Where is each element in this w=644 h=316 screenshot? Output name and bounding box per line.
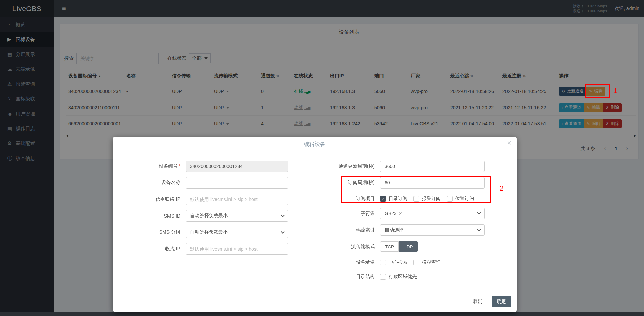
modal-right-column: 通道更新周期(秒) 订阅周期(秒) 订阅项目 目录订阅 报警订阅 位置订阅 字符… [316,161,498,286]
field-device-name: 设备名称 [123,177,295,189]
field-dir-structure: 目录结构 行政区域优先 [316,271,498,282]
sip-contact-ip-input[interactable] [186,194,288,205]
chevron-down-icon [281,213,284,217]
confirm-button[interactable]: 确定 [492,296,511,307]
cancel-button[interactable]: 取消 [468,296,487,307]
field-charset: 字符集 GB2312 [316,208,498,219]
chevron-down-icon [281,230,284,233]
sms-id-select[interactable]: 自动选择负载最小 [186,210,288,222]
catalog-subscribe-checkbox[interactable] [380,196,386,202]
stream-receive-ip-input[interactable] [186,243,288,255]
alarm-subscribe-checkbox[interactable] [413,196,419,202]
field-channel-refresh: 通道更新周期(秒) [316,161,498,172]
chevron-down-icon [477,211,481,214]
modal-footer: 取消 确定 [113,291,517,312]
field-sms-id: SMS ID 自动选择负载最小 [123,210,295,222]
field-device-record: 设备录像 中心检索 模糊查询 [316,257,498,267]
close-icon[interactable]: × [507,139,511,147]
fuzzy-query-checkbox[interactable] [413,260,419,265]
edit-device-modal: 编辑设备 × 设备编号* 设备名称 信令联络 IP SMS ID 自动选择负载最… [113,137,517,312]
stream-index-select[interactable]: 自动选择 [380,224,485,236]
field-subscribe-period: 订阅周期(秒) [316,177,498,189]
subscribe-period-input[interactable] [380,177,485,189]
field-subscribe-items: 订阅项目 目录订阅 报警订阅 位置订阅 [316,194,498,204]
admin-region-first-checkbox[interactable] [380,274,386,280]
center-search-checkbox[interactable] [380,260,386,265]
charset-select[interactable]: GB2312 [380,208,485,219]
field-stream-mode: 流传输模式 TCP UDP [316,241,498,252]
modal-header: 编辑设备 × [113,137,517,152]
tcp-toggle-button[interactable]: TCP [380,241,399,252]
field-recv-ip: 收流 IP [123,243,295,255]
chevron-down-icon [477,227,481,231]
channel-refresh-input[interactable] [380,161,485,172]
udp-toggle-button[interactable]: UDP [399,241,418,252]
field-stream-index: 码流索引 自动选择 [316,224,498,236]
sms-group-select[interactable]: 自动选择负载最小 [186,227,288,238]
field-sms-group: SMS 分组 自动选择负载最小 [123,227,295,238]
field-device-id: 设备编号* [123,161,295,172]
device-name-input[interactable] [186,177,288,189]
device-id-input [186,161,288,172]
modal-left-column: 设备编号* 设备名称 信令联络 IP SMS ID 自动选择负载最小 SMS 分… [123,161,295,286]
position-subscribe-checkbox[interactable] [447,196,453,202]
required-star: * [179,163,180,169]
modal-title: 编辑设备 [304,141,326,148]
field-sip-ip: 信令联络 IP [123,194,295,205]
modal-body: 设备编号* 设备名称 信令联络 IP SMS ID 自动选择负载最小 SMS 分… [113,152,517,286]
stream-mode-toggle: TCP UDP [380,241,418,252]
